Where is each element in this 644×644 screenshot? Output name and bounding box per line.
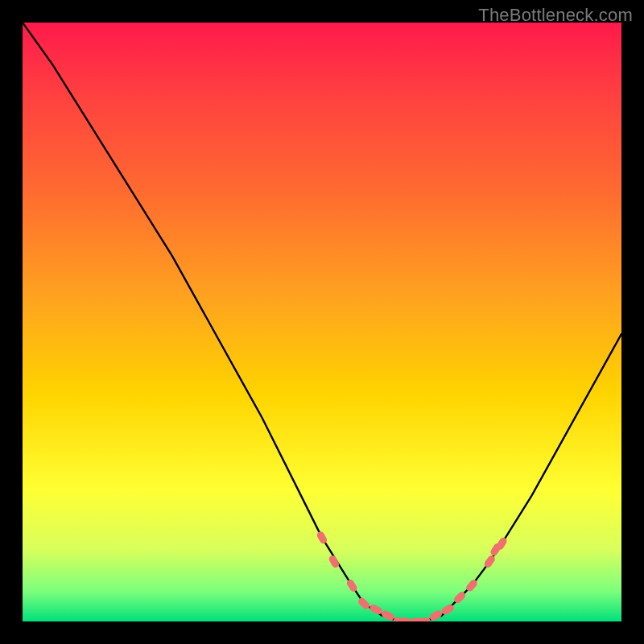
marker	[316, 530, 328, 545]
bottleneck-curve	[23, 23, 621, 621]
marker	[357, 597, 371, 611]
chart-frame: TheBottleneck.com	[0, 0, 644, 644]
marker	[328, 554, 341, 568]
curve-layer	[23, 23, 621, 621]
watermark-text: TheBottleneck.com	[478, 5, 633, 26]
marker	[398, 617, 412, 621]
marker	[369, 603, 383, 615]
plot-area	[23, 23, 621, 621]
